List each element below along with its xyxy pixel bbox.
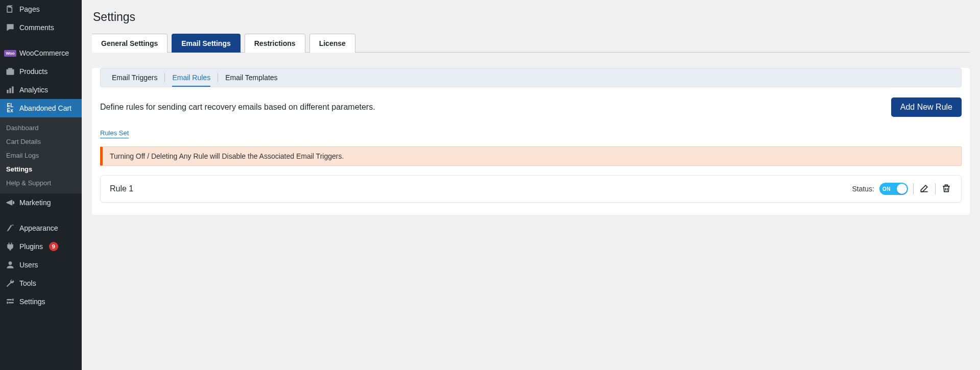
admin-sidebar: Pages Comments Woo WooCommerce Products …: [0, 0, 82, 370]
plugins-icon: [5, 241, 15, 252]
rules-description: Define rules for sending cart recovery e…: [100, 103, 375, 112]
status-label: Status:: [852, 185, 874, 193]
svg-rect-10: [9, 302, 14, 304]
divider: [164, 73, 165, 82]
status-toggle[interactable]: ON: [879, 183, 908, 195]
delete-rule-button[interactable]: [941, 183, 952, 194]
svg-rect-5: [9, 88, 11, 93]
rules-set-tab[interactable]: Rules Set: [100, 129, 129, 138]
divider: [913, 183, 914, 194]
analytics-icon: [5, 85, 15, 95]
sidebar-item-plugins[interactable]: Plugins 9: [0, 237, 82, 256]
sidebar-item-settings[interactable]: Settings: [0, 292, 82, 311]
rule-name: Rule 1: [110, 184, 133, 193]
page-title: Settings: [93, 10, 970, 24]
subtab-email-rules[interactable]: Email Rules: [172, 69, 210, 87]
sidebar-sub-email-logs[interactable]: Email Logs: [0, 149, 82, 162]
main-content: Settings General Settings Email Settings…: [82, 0, 980, 370]
sidebar-submenu: Dashboard Cart Details Email Logs Settin…: [0, 117, 82, 193]
sidebar-sub-cart-details[interactable]: Cart Details: [0, 135, 82, 149]
tab-general-settings[interactable]: General Settings: [92, 34, 168, 53]
divider: [935, 183, 936, 194]
sidebar-label: Users: [19, 261, 38, 269]
sidebar-sub-help-support[interactable]: Help & Support: [0, 176, 82, 190]
plugins-badge: 9: [49, 242, 58, 251]
sidebar-label: Settings: [19, 298, 45, 306]
svg-rect-6: [12, 86, 13, 93]
pages-icon: [5, 4, 15, 14]
warning-alert: Turning Off / Deleting Any Rule will Dis…: [100, 146, 962, 166]
tools-icon: [5, 278, 15, 288]
settings-icon: [5, 297, 15, 307]
woocommerce-icon: Woo: [5, 48, 15, 58]
svg-rect-11: [7, 302, 8, 304]
rule-row: Rule 1 Status: ON: [100, 175, 962, 203]
sidebar-item-woocommerce[interactable]: Woo WooCommerce: [0, 44, 82, 62]
svg-rect-4: [7, 90, 8, 93]
add-new-rule-button[interactable]: Add New Rule: [891, 97, 962, 117]
sidebar-item-abandoned-cart[interactable]: ELEx Abandoned Cart: [0, 99, 82, 117]
svg-rect-2: [7, 69, 14, 75]
svg-rect-3: [8, 68, 12, 69]
svg-rect-9: [12, 299, 13, 301]
sidebar-sub-settings[interactable]: Settings: [0, 162, 82, 176]
sidebar-label: Comments: [19, 23, 54, 32]
content-panel: Email Triggers Email Rules Email Templat…: [92, 68, 970, 215]
marketing-icon: [5, 198, 15, 208]
edit-rule-button[interactable]: [919, 183, 930, 194]
rule-actions: Status: ON: [852, 183, 952, 195]
comments-icon: [5, 22, 15, 33]
subtab-email-triggers[interactable]: Email Triggers: [112, 69, 157, 86]
toggle-on-text: ON: [882, 186, 891, 192]
toggle-knob: [897, 184, 907, 194]
elex-icon: ELEx: [5, 103, 15, 113]
products-icon: [5, 66, 15, 77]
sidebar-item-pages[interactable]: Pages: [0, 0, 82, 18]
sidebar-label: Marketing: [19, 199, 51, 207]
divider: [218, 73, 218, 82]
users-icon: [5, 260, 15, 270]
settings-tabs: General Settings Email Settings Restrict…: [92, 33, 970, 53]
svg-rect-1: [8, 7, 11, 8]
sidebar-item-comments[interactable]: Comments: [0, 18, 82, 37]
sidebar-label: Tools: [19, 279, 36, 287]
description-row: Define rules for sending cart recovery e…: [100, 97, 962, 117]
sidebar-item-appearance[interactable]: Appearance: [0, 219, 82, 237]
sidebar-label: Analytics: [19, 86, 48, 94]
sidebar-label: WooCommerce: [19, 49, 69, 57]
email-subtabs: Email Triggers Email Rules Email Templat…: [100, 68, 962, 87]
trash-icon: [941, 183, 951, 195]
sidebar-item-analytics[interactable]: Analytics: [0, 81, 82, 99]
svg-rect-0: [8, 6, 12, 7]
sidebar-label: Abandoned Cart: [19, 104, 71, 112]
sidebar-item-marketing[interactable]: Marketing: [0, 193, 82, 212]
tab-restrictions[interactable]: Restrictions: [245, 34, 305, 53]
tab-email-settings[interactable]: Email Settings: [172, 34, 240, 53]
appearance-icon: [5, 223, 15, 233]
sidebar-label: Pages: [19, 5, 40, 13]
sidebar-label: Plugins: [19, 242, 43, 251]
sidebar-item-tools[interactable]: Tools: [0, 274, 82, 292]
sidebar-sub-dashboard[interactable]: Dashboard: [0, 121, 82, 135]
sidebar-item-users[interactable]: Users: [0, 256, 82, 274]
edit-icon: [919, 183, 929, 195]
sidebar-item-products[interactable]: Products: [0, 62, 82, 81]
svg-point-7: [9, 261, 12, 265]
svg-rect-8: [7, 299, 12, 301]
sidebar-label: Products: [19, 67, 47, 76]
tab-license[interactable]: License: [309, 34, 355, 53]
sidebar-label: Appearance: [19, 224, 58, 232]
subtab-email-templates[interactable]: Email Templates: [225, 69, 277, 86]
